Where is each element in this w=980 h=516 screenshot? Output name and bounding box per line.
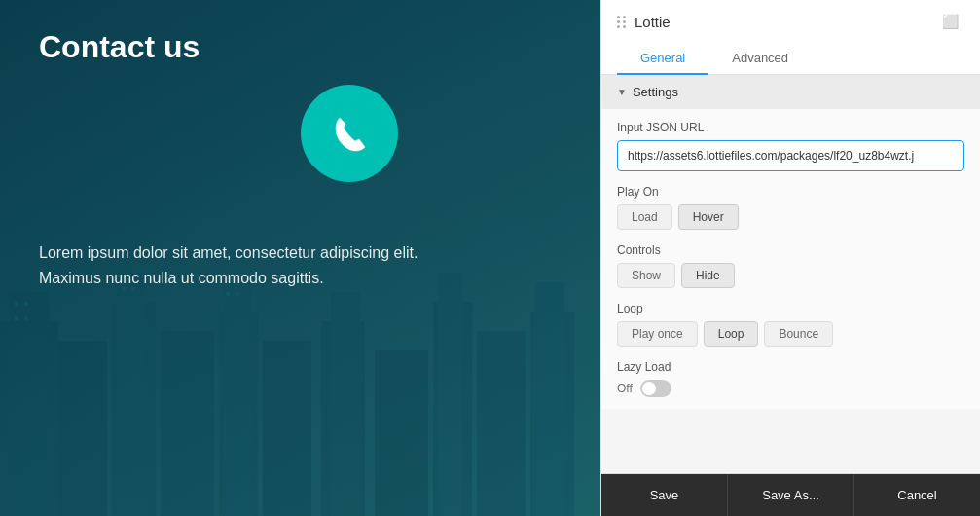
save-as-button[interactable]: Save As... [728, 474, 854, 516]
panel-title-row: Lottie ⬜ [617, 12, 964, 31]
loop-label: Loop [617, 302, 964, 315]
tab-general[interactable]: General [617, 43, 708, 75]
svg-rect-23 [226, 292, 230, 296]
chevron-down-icon: ▼ [617, 87, 627, 97]
svg-rect-24 [236, 292, 239, 296]
svg-rect-18 [24, 302, 28, 306]
svg-rect-13 [438, 273, 462, 516]
phone-circle [301, 85, 398, 182]
settings-section-header[interactable]: ▼ Settings [601, 75, 980, 109]
svg-rect-11 [375, 350, 428, 516]
cancel-button[interactable]: Cancel [854, 474, 980, 516]
lazy-load-off-label: Off [617, 382, 633, 395]
lazy-load-toggle[interactable] [640, 380, 671, 397]
save-button[interactable]: Save [601, 474, 728, 516]
play-on-load-button[interactable]: Load [617, 204, 672, 230]
svg-rect-1 [10, 292, 49, 516]
preview-panel: Contact us Lorem ipsum dolor sit amet, c… [0, 0, 600, 516]
play-on-label: Play On [617, 185, 964, 199]
play-on-btn-group: Load Hover [617, 204, 964, 230]
svg-rect-2 [58, 341, 107, 516]
svg-rect-5 [161, 331, 214, 516]
section-content: Input JSON URL Play On Load Hover Contro… [601, 109, 980, 409]
lazy-load-label: Lazy Load [617, 360, 964, 374]
contact-title: Contact us [39, 29, 562, 65]
controls-label: Controls [617, 243, 964, 257]
phone-icon-container [136, 85, 562, 182]
controls-hide-button[interactable]: Hide [681, 263, 735, 288]
lazy-load-toggle-row: Off [617, 380, 964, 397]
controls-btn-group: Show Hide [617, 263, 964, 288]
play-on-hover-button[interactable]: Hover [678, 204, 739, 230]
preview-content: Contact us Lorem ipsum dolor sit amet, c… [39, 29, 562, 290]
panel-header: Lottie ⬜ General Advanced [601, 0, 980, 75]
loop-bounce-button[interactable]: Bounce [764, 321, 833, 347]
minimize-button[interactable]: ⬜ [936, 12, 964, 31]
controls-show-button[interactable]: Show [617, 263, 675, 288]
loop-play-once-button[interactable]: Play once [617, 321, 698, 347]
svg-rect-10 [331, 292, 360, 516]
controls-field: Controls Show Hide [617, 243, 964, 288]
loop-btn-group: Play once Loop Bounce [617, 321, 964, 347]
svg-rect-14 [477, 331, 526, 516]
tab-advanced[interactable]: Advanced [708, 43, 812, 75]
lorem-text: Lorem ipsum dolor sit amet, consectetur … [39, 240, 448, 290]
loop-field: Loop Play once Loop Bounce [617, 302, 964, 347]
svg-rect-20 [24, 316, 28, 320]
json-url-field: Input JSON URL [617, 121, 964, 171]
play-on-field: Play On Load Hover [617, 185, 964, 230]
settings-label: Settings [633, 85, 678, 99]
svg-rect-16 [535, 282, 564, 516]
lazy-load-field: Lazy Load Off [617, 360, 964, 397]
panel-body: ▼ Settings Input JSON URL Play On Load H… [601, 75, 980, 473]
json-url-input[interactable] [617, 140, 964, 171]
svg-rect-17 [15, 302, 18, 306]
svg-rect-8 [263, 341, 311, 516]
phone-icon [326, 110, 373, 157]
settings-panel: Lottie ⬜ General Advanced ▼ Settings Inp… [600, 0, 980, 516]
json-url-label: Input JSON URL [617, 121, 964, 134]
loop-loop-button[interactable]: Loop [704, 321, 759, 347]
minimize-icon: ⬜ [942, 14, 959, 29]
svg-rect-19 [15, 316, 18, 320]
drag-handle [617, 16, 627, 28]
panel-footer: Save Save As... Cancel [601, 473, 980, 516]
panel-title-left: Lottie [617, 14, 671, 30]
svg-rect-4 [117, 273, 146, 516]
tabs-row: General Advanced [617, 43, 964, 74]
svg-rect-7 [224, 282, 251, 516]
panel-title: Lottie [635, 14, 671, 30]
